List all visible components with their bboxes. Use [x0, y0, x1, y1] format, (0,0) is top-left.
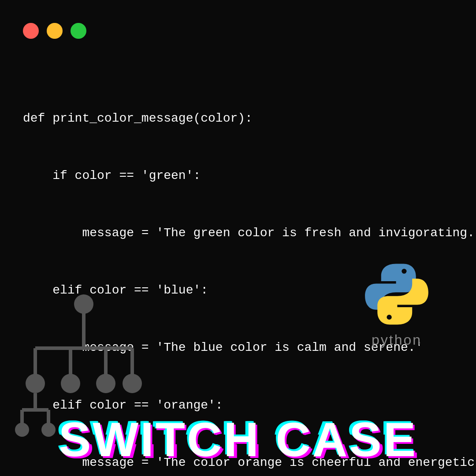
title-main-text: SWITCH CASE	[59, 412, 417, 466]
svg-point-11	[61, 374, 80, 393]
svg-point-13	[123, 374, 142, 393]
svg-point-10	[26, 374, 45, 393]
python-label: python	[372, 332, 422, 348]
svg-point-1	[387, 315, 391, 320]
svg-point-3	[74, 294, 93, 314]
code-line-2: if color == 'green':	[23, 166, 453, 185]
svg-point-0	[402, 269, 406, 274]
python-logo: python	[353, 260, 441, 348]
code-line-1: def print_color_message(color):	[23, 109, 453, 128]
switch-case-title: SWITCH CASE SWITCH CASE SWITCH CASE	[18, 415, 458, 464]
traffic-lights	[23, 23, 86, 39]
red-dot	[23, 23, 39, 39]
svg-point-12	[96, 374, 115, 393]
green-dot	[71, 23, 86, 39]
code-line-3: message = 'The green color is fresh and …	[23, 223, 453, 242]
main-container: def print_color_message(color): if color…	[0, 0, 476, 476]
python-snake-icon	[361, 260, 432, 328]
yellow-dot	[47, 23, 63, 39]
